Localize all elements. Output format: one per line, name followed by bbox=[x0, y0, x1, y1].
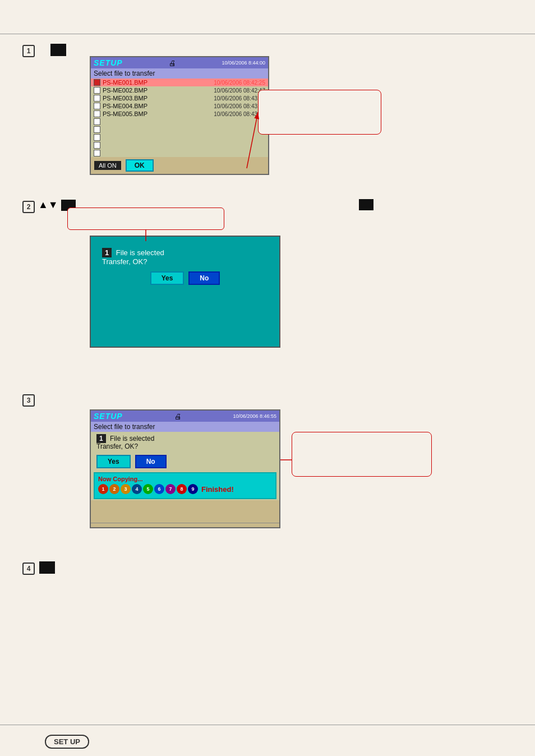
bottom-rule bbox=[0, 725, 535, 725]
screen2-filecount: 1 bbox=[102, 248, 112, 257]
screen2-message: 1 File is selected bbox=[102, 248, 268, 257]
screen3-confirm: 1 File is selected Transfer, OK? bbox=[91, 432, 279, 453]
bottom-setup: SET UP bbox=[45, 737, 89, 746]
setup-badge: SET UP bbox=[45, 735, 89, 749]
file-row-7 bbox=[91, 126, 268, 133]
ball-5: 5 bbox=[143, 484, 153, 494]
file-checkbox-7[interactable] bbox=[94, 126, 100, 133]
ball-9: 9 bbox=[188, 484, 198, 494]
section3-step-area: 3 bbox=[22, 394, 35, 407]
file-checkbox-5[interactable] bbox=[94, 110, 100, 117]
file-row-8 bbox=[91, 133, 268, 141]
file-name-3: PS-ME003.BMP bbox=[103, 95, 211, 102]
screen3-empty-area bbox=[91, 500, 279, 523]
step2-circle: 2 bbox=[22, 201, 35, 213]
callout3 bbox=[292, 432, 432, 477]
down-arrow-icon: ▼ bbox=[48, 199, 58, 210]
file-date-2: 10/06/2006 08:42:47 bbox=[214, 87, 265, 94]
screen1-subtitle: Select file to transfer bbox=[91, 68, 268, 79]
screen3-filecount: 1 bbox=[96, 434, 106, 443]
file-row-9 bbox=[91, 141, 268, 149]
screen2-empty bbox=[102, 285, 268, 330]
callout1 bbox=[258, 90, 381, 135]
step1-indicator: 1 bbox=[22, 45, 35, 57]
file-date-1: 10/06/2006 08:42:25 bbox=[214, 80, 265, 86]
file-row-2[interactable]: PS-ME002.BMP 10/06/2006 08:42:47 bbox=[91, 86, 268, 94]
no-button-3[interactable]: No bbox=[135, 455, 167, 468]
screen3-datetime: 10/06/2006 8:46:55 bbox=[233, 413, 276, 419]
file-checkbox-6[interactable] bbox=[94, 118, 100, 125]
file-name-5: PS-ME005.BMP bbox=[103, 110, 211, 117]
section2-step-area: 2 bbox=[22, 201, 35, 213]
screen2-inner: 1 File is selected Transfer, OK? Yes No bbox=[91, 237, 279, 335]
screen3-balls: 1 2 3 4 5 6 7 8 9 Finished! bbox=[98, 482, 272, 496]
step4-black-rect bbox=[39, 561, 55, 574]
file-row-6 bbox=[91, 118, 268, 126]
screen1: SETUP 🖨 10/06/2006 8:44:00 Select file t… bbox=[90, 56, 269, 175]
screen1-filelist: PS-ME001.BMP 10/06/2006 08:42:25 PS-ME00… bbox=[91, 79, 268, 157]
screen3-title: SETUP bbox=[94, 412, 123, 421]
section4-step-area: 4 bbox=[22, 563, 35, 575]
allon-button[interactable]: All ON bbox=[94, 161, 121, 170]
file-checkbox-3[interactable] bbox=[94, 95, 100, 102]
screen1-header: SETUP 🖨 10/06/2006 8:44:00 bbox=[91, 57, 268, 68]
screen1-title: SETUP bbox=[94, 58, 123, 67]
up-arrow-icon: ▲ bbox=[38, 199, 48, 210]
file-row-10 bbox=[91, 149, 268, 157]
ball-8: 8 bbox=[177, 484, 187, 494]
ball-6: 6 bbox=[154, 484, 164, 494]
file-checkbox-10[interactable] bbox=[94, 150, 100, 156]
finished-text: Finished! bbox=[201, 485, 234, 494]
screen3-copying-label: Now Copying... bbox=[98, 476, 272, 482]
screen2: 1 File is selected Transfer, OK? Yes No bbox=[90, 236, 280, 348]
screen3-msg2: Transfer, OK? bbox=[96, 442, 138, 450]
file-row-3[interactable]: PS-ME003.BMP 10/06/2006 08:43:06 bbox=[91, 94, 268, 102]
file-name-4: PS-ME004.BMP bbox=[103, 103, 211, 109]
file-checkbox-1[interactable] bbox=[94, 79, 100, 86]
screen3-header: SETUP 🖨 10/06/2006 8:46:55 bbox=[91, 411, 279, 422]
screen3-subtitle: Select file to transfer bbox=[91, 422, 279, 432]
step1-circle: 1 bbox=[22, 45, 35, 57]
file-checkbox-2[interactable] bbox=[94, 87, 100, 94]
file-name-2: PS-ME002.BMP bbox=[103, 87, 211, 94]
screen1-datetime: 10/06/2006 8:44:00 bbox=[222, 60, 265, 66]
top-rule bbox=[0, 34, 535, 34]
step1-black-rect bbox=[50, 44, 66, 56]
ball-1: 1 bbox=[98, 484, 108, 494]
file-row-4[interactable]: PS-ME004.BMP 10/06/2006 08:43:14 bbox=[91, 102, 268, 110]
ball-3: 3 bbox=[121, 484, 131, 494]
file-checkbox-9[interactable] bbox=[94, 142, 100, 149]
section2-black-rect2 bbox=[359, 199, 373, 210]
ball-2: 2 bbox=[109, 484, 119, 494]
screen2-yesno: Yes No bbox=[102, 271, 268, 285]
screen3-yesno: Yes No bbox=[91, 453, 279, 471]
step4-circle: 4 bbox=[22, 563, 35, 575]
step3-circle: 3 bbox=[22, 394, 35, 407]
screen3-msg1: File is selected bbox=[110, 435, 154, 442]
screen1-footer: All ON OK bbox=[91, 157, 268, 174]
file-checkbox-8[interactable] bbox=[94, 134, 100, 141]
yes-button-2[interactable]: Yes bbox=[150, 271, 185, 285]
screen3: SETUP 🖨 10/06/2006 8:46:55 Select file t… bbox=[90, 409, 280, 528]
screen1-clock-icon: 🖨 bbox=[169, 59, 176, 67]
screen3-copying-area: Now Copying... 1 2 3 4 5 6 7 8 9 Finishe… bbox=[94, 472, 276, 499]
no-button-2[interactable]: No bbox=[188, 271, 220, 285]
yes-button-3[interactable]: Yes bbox=[96, 455, 131, 468]
ball-4: 4 bbox=[132, 484, 142, 494]
file-name-1: PS-ME001.BMP bbox=[103, 79, 211, 86]
ok-button-1[interactable]: OK bbox=[126, 159, 154, 172]
screen3-progress-bar bbox=[91, 523, 279, 527]
screen2-msg2: Transfer, OK? bbox=[102, 257, 268, 266]
file-row-5[interactable]: PS-ME005.BMP 10/06/2006 08:43:48 bbox=[91, 110, 268, 118]
screen3-clock-icon: 🖨 bbox=[174, 412, 182, 421]
screen2-msg1: File is selected bbox=[116, 248, 164, 257]
file-checkbox-4[interactable] bbox=[94, 103, 100, 109]
callout2 bbox=[67, 208, 224, 230]
ball-7: 7 bbox=[165, 484, 176, 494]
file-row-1[interactable]: PS-ME001.BMP 10/06/2006 08:42:25 bbox=[91, 79, 268, 86]
